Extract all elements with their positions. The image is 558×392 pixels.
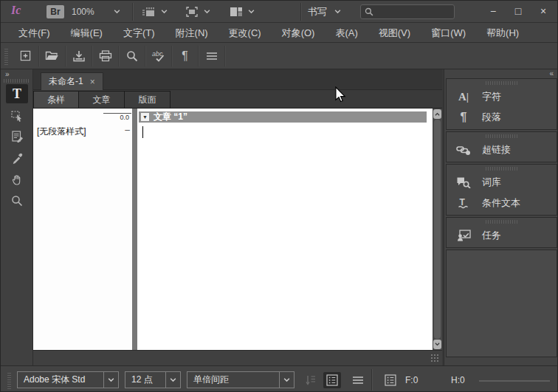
note-tool-icon xyxy=(10,130,24,143)
hand-tool[interactable] xyxy=(6,170,28,189)
tab-story[interactable]: 文章 xyxy=(79,91,125,109)
leading-dropdown[interactable]: 单倍间距 xyxy=(187,371,294,388)
hand-icon xyxy=(11,173,24,186)
panel-paragraph[interactable]: ¶ 段落 xyxy=(447,107,557,128)
conditional-text-icon: T xyxy=(455,197,472,209)
depth-ruler-value: 0.0 xyxy=(120,114,129,121)
workspace-switcher[interactable]: 书写 xyxy=(308,1,341,23)
menu-window[interactable]: 窗口(W) xyxy=(421,23,476,43)
print-icon xyxy=(99,50,112,62)
zoom-button[interactable] xyxy=(119,46,145,66)
menu-object[interactable]: 对象(O) xyxy=(272,23,326,43)
view-options-button[interactable] xyxy=(141,1,168,23)
search-box[interactable] xyxy=(360,4,455,19)
tools-panel-grip[interactable] xyxy=(4,79,29,83)
zoom-tool[interactable] xyxy=(6,191,28,210)
chevron-down-icon xyxy=(435,343,440,346)
type-tool[interactable]: T xyxy=(6,84,28,103)
menu-notes[interactable]: 附注(N) xyxy=(165,23,218,43)
scrollbar-thumb[interactable] xyxy=(434,120,441,339)
menu-changes[interactable]: 更改(C) xyxy=(218,23,272,43)
info-column: 0.0 [无段落样式] – xyxy=(33,109,132,350)
save-button[interactable] xyxy=(66,46,92,66)
panel-character[interactable]: A| 字符 xyxy=(447,86,557,107)
toolbar-menu-button[interactable] xyxy=(199,46,225,66)
panel-label: 段落 xyxy=(482,111,501,124)
panel-group-grip[interactable] xyxy=(486,220,518,224)
panel-hyperlinks[interactable]: 超链接 xyxy=(447,140,557,160)
panel-conditional-text[interactable]: T 条件文本 xyxy=(447,193,557,213)
eyedropper-tool[interactable] xyxy=(6,148,28,168)
scroll-up-button[interactable] xyxy=(433,109,441,119)
minimize-button[interactable]: − xyxy=(480,1,506,21)
story-collapse-button[interactable]: ▼ xyxy=(141,113,149,121)
menu-view[interactable]: 视图(V) xyxy=(368,23,421,43)
menu-help[interactable]: 帮助(H) xyxy=(476,23,529,43)
copyfit-h-value: H:0 xyxy=(451,375,465,385)
galley-text-area[interactable]: ▼ 文章 “1” xyxy=(137,109,433,350)
svg-text:T: T xyxy=(460,197,466,207)
font-family-dropdown[interactable]: Adobe 宋体 Std xyxy=(17,371,119,388)
tab-layout[interactable]: 版面 xyxy=(125,91,170,109)
expand-panel-icon[interactable]: » xyxy=(5,70,9,78)
tab-galley[interactable]: 条样 xyxy=(33,91,79,109)
view-tabs: 条样 文章 版面 xyxy=(33,90,442,109)
panel-assignments[interactable]: 任务 xyxy=(447,225,557,246)
collapse-panels-icon[interactable]: « xyxy=(549,69,553,78)
view-options-icon xyxy=(141,6,156,18)
search-icon xyxy=(365,7,373,16)
scroll-down-button[interactable] xyxy=(433,340,441,349)
bridge-button[interactable]: Br xyxy=(46,5,64,18)
arrange-documents-button[interactable] xyxy=(230,1,255,23)
chevron-down-icon xyxy=(103,372,118,388)
panel-thesaurus[interactable]: 词库 xyxy=(447,172,557,193)
panel-group-grip[interactable] xyxy=(486,81,518,85)
vertical-scrollbar[interactable] xyxy=(433,109,442,350)
note-tool[interactable] xyxy=(6,127,28,146)
font-size-dropdown[interactable]: 12 点 xyxy=(125,371,181,388)
workspace-name: 书写 xyxy=(308,5,327,18)
menubar: 文件(F) 编辑(E) 文字(T) 附注(N) 更改(C) 对象(O) 表(A)… xyxy=(1,23,558,43)
screen-mode-button[interactable] xyxy=(185,1,210,23)
tab-close-icon[interactable]: × xyxy=(90,77,95,87)
maximize-button[interactable]: □ xyxy=(506,1,531,21)
open-button[interactable] xyxy=(39,46,66,66)
toolbar-grip[interactable] xyxy=(4,47,8,65)
paragraph-icon: ¶ xyxy=(455,111,472,124)
resize-grip[interactable] xyxy=(430,354,440,363)
story-header[interactable]: ▼ 文章 “1” xyxy=(139,111,427,123)
copyfit-info-icon xyxy=(385,374,396,386)
close-button[interactable]: × xyxy=(531,1,556,21)
font-family-value: Adobe 宋体 Std xyxy=(18,372,103,388)
show-hidden-characters-button[interactable]: ¶ xyxy=(172,46,199,66)
menu-file[interactable]: 文件(F) xyxy=(8,23,61,43)
document-bottom-strip xyxy=(33,350,442,365)
print-button[interactable] xyxy=(92,46,119,66)
panel-label: 词库 xyxy=(482,176,501,189)
magnifier-icon xyxy=(11,195,23,207)
column-divider[interactable] xyxy=(132,109,137,350)
panel-group-grip[interactable] xyxy=(486,134,518,138)
galley-info-button[interactable] xyxy=(323,372,341,388)
paragraph-adjust-button[interactable] xyxy=(302,372,320,388)
position-tool[interactable] xyxy=(6,106,28,125)
zoom-level-dropdown[interactable]: 100% xyxy=(72,1,120,23)
font-size-value: 12 点 xyxy=(125,372,165,388)
menu-table[interactable]: 表(A) xyxy=(325,23,368,43)
bottom-menu-button[interactable] xyxy=(349,372,367,388)
titlebar: Ic Br 100% xyxy=(1,1,558,23)
line-tick: – xyxy=(125,125,130,135)
menu-edit[interactable]: 编辑(E) xyxy=(61,23,113,43)
spellcheck-button[interactable]: abc xyxy=(145,46,172,66)
menu-type[interactable]: 文字(T) xyxy=(113,23,165,43)
search-input[interactable] xyxy=(376,7,450,17)
empty-panel-area xyxy=(446,250,557,357)
galley-view: 0.0 [无段落样式] – ▼ 文章 “1” xyxy=(33,109,442,350)
panel-group-grip[interactable] xyxy=(486,167,518,171)
chevron-up-icon xyxy=(435,112,440,116)
save-icon xyxy=(72,50,86,62)
document-tab[interactable]: 未命名-1 × xyxy=(41,72,103,90)
copyfit-info-button[interactable] xyxy=(382,372,399,388)
new-document-button[interactable] xyxy=(13,46,39,66)
bottom-toolbar-grip[interactable] xyxy=(7,371,11,389)
